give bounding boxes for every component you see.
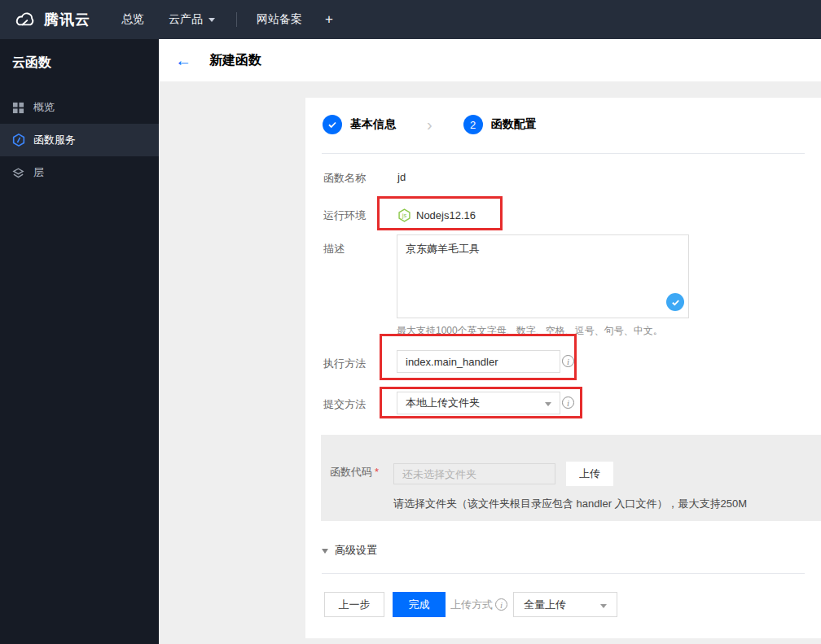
step-chevron-icon: › bbox=[427, 116, 432, 133]
function-code-label: 函数代码* bbox=[330, 465, 379, 480]
sidebar-title: 云函数 bbox=[0, 39, 159, 72]
function-name-label: 函数名称 bbox=[323, 171, 366, 186]
layers-icon bbox=[11, 167, 25, 179]
submit-method-select[interactable]: 本地上传文件夹 bbox=[397, 392, 560, 414]
submit-method-label: 提交方法 bbox=[323, 397, 366, 412]
runtime-label: 运行环境 bbox=[323, 208, 366, 223]
sidebar-item-label: 概览 bbox=[33, 100, 55, 115]
page-header: ← 新建函数 bbox=[159, 39, 821, 81]
sidebar-menu: 概览 函数服务 层 bbox=[0, 91, 159, 189]
sidebar-item-layers[interactable]: 层 bbox=[0, 156, 159, 189]
step1-done-check-icon bbox=[323, 115, 342, 134]
sidebar-item-functions[interactable]: 函数服务 bbox=[0, 124, 159, 156]
description-textarea[interactable]: 京东薅羊毛工具 bbox=[397, 234, 689, 318]
handler-input[interactable] bbox=[397, 350, 560, 373]
page-title: 新建函数 bbox=[209, 52, 261, 69]
advanced-settings-toggle[interactable]: 高级设置 bbox=[322, 542, 377, 559]
nodejs-icon: js bbox=[397, 208, 411, 222]
content-area: 基本信息 › 2 函数配置 函数名称 jd 运行环境 js Nodejs12.1… bbox=[159, 81, 821, 644]
advanced-settings-label: 高级设置 bbox=[335, 543, 377, 558]
chevron-down-icon bbox=[545, 402, 551, 410]
description-label: 描述 bbox=[323, 242, 345, 256]
step2-label: 函数配置 bbox=[491, 117, 537, 132]
description-hint: 最大支持1000个英文字母、数字、空格、逗号、句号、中文。 bbox=[397, 324, 663, 338]
sidebar-item-label: 层 bbox=[33, 165, 44, 180]
chevron-down-icon bbox=[600, 604, 607, 611]
function-name-value: jd bbox=[397, 171, 406, 183]
step2-number-badge: 2 bbox=[463, 115, 483, 134]
previous-step-button[interactable]: 上一步 bbox=[324, 592, 384, 617]
upload-mode-select[interactable]: 全量上传 bbox=[513, 592, 617, 617]
sidebar-item-overview[interactable]: 概览 bbox=[0, 91, 159, 124]
info-icon[interactable]: i bbox=[562, 355, 574, 367]
divider bbox=[322, 573, 805, 574]
nav-products[interactable]: 云产品 bbox=[169, 12, 215, 27]
folder-path-input bbox=[393, 463, 555, 484]
info-icon[interactable]: i bbox=[495, 598, 507, 611]
function-code-section: 函数代码* 上传 请选择文件夹（该文件夹根目录应包含 handler 入口文件）… bbox=[321, 435, 821, 521]
step1-label: 基本信息 bbox=[350, 117, 396, 132]
brand-name[interactable]: 腾讯云 bbox=[44, 10, 90, 29]
nav-products-label: 云产品 bbox=[169, 12, 203, 27]
caret-down-icon bbox=[322, 549, 328, 557]
info-icon[interactable]: i bbox=[562, 396, 574, 409]
upload-mode-label: 上传方式 bbox=[450, 598, 493, 612]
handler-label: 执行方法 bbox=[323, 357, 366, 371]
upload-mode-label-row: 上传方式 i bbox=[450, 592, 507, 617]
sidebar-item-label: 函数服务 bbox=[33, 133, 76, 147]
upload-button[interactable]: 上传 bbox=[566, 462, 613, 486]
step-indicator: 基本信息 › 2 函数配置 bbox=[323, 115, 537, 134]
svg-text:js: js bbox=[402, 212, 407, 219]
function-code-label-text: 函数代码 bbox=[330, 466, 372, 478]
function-code-hint: 请选择文件夹（该文件夹根目录应包含 handler 入口文件），最大支持250M bbox=[393, 497, 747, 511]
create-function-card: 基本信息 › 2 函数配置 函数名称 jd 运行环境 js Nodejs12.1… bbox=[305, 98, 821, 638]
chevron-down-icon bbox=[209, 18, 215, 25]
runtime-value-row: js Nodejs12.16 bbox=[397, 205, 476, 225]
nav-beian[interactable]: 网站备案 bbox=[257, 12, 302, 27]
back-arrow-icon[interactable]: ← bbox=[175, 52, 191, 68]
tencent-cloud-logo-icon[interactable] bbox=[13, 10, 37, 29]
runtime-value: Nodejs12.16 bbox=[416, 209, 476, 221]
required-asterisk: * bbox=[375, 466, 379, 478]
topbar: 腾讯云 总览 云产品 网站备案 + bbox=[0, 0, 821, 39]
nav-add-tab-button[interactable]: + bbox=[325, 11, 333, 28]
nav-overview[interactable]: 总览 bbox=[121, 12, 144, 27]
submit-method-value: 本地上传文件夹 bbox=[397, 392, 560, 414]
sidebar: 云函数 概览 函数服务 bbox=[0, 39, 159, 644]
divider bbox=[322, 153, 805, 154]
finish-button[interactable]: 完成 bbox=[393, 592, 446, 617]
nav-divider bbox=[236, 12, 237, 27]
valid-check-icon bbox=[666, 293, 684, 311]
grid-icon bbox=[11, 102, 25, 114]
app-window: 腾讯云 总览 云产品 网站备案 + 云函数 概览 bbox=[0, 0, 821, 644]
scf-hexagon-icon bbox=[11, 134, 25, 147]
